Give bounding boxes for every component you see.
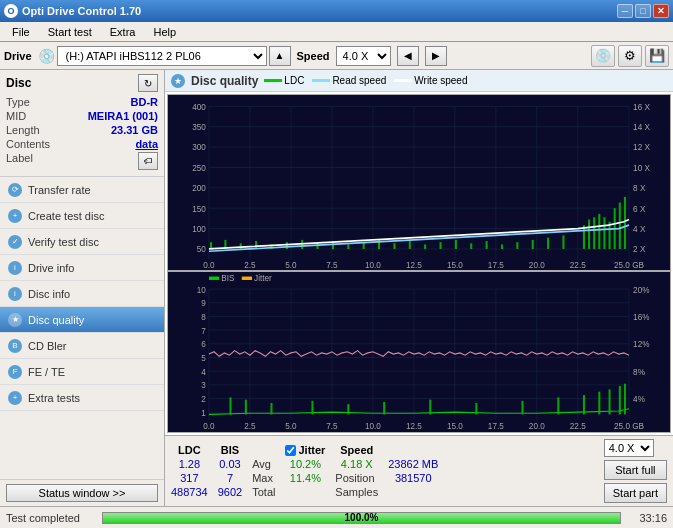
position-label: Position	[335, 472, 378, 484]
svg-rect-60	[409, 241, 411, 249]
save-icon-btn[interactable]: 💾	[645, 45, 669, 67]
nav-disc-quality-icon: ★	[8, 313, 22, 327]
menu-help[interactable]: Help	[145, 25, 184, 39]
svg-text:7: 7	[201, 326, 206, 337]
start-part-button[interactable]: Start part	[604, 483, 667, 503]
nav-disc-quality[interactable]: ★ Disc quality	[0, 307, 164, 333]
nav-disc-info-label: Disc info	[28, 288, 70, 300]
nav-disc-quality-label: Disc quality	[28, 314, 84, 326]
svg-text:15.0: 15.0	[447, 421, 463, 432]
svg-text:6 X: 6 X	[633, 203, 646, 213]
disc-label-btn[interactable]: 🏷	[138, 152, 158, 170]
extra-blank	[388, 486, 438, 498]
svg-text:25.0 GB: 25.0 GB	[614, 260, 644, 270]
disc-icon-btn[interactable]: 💿	[591, 45, 615, 67]
max-label: Max	[252, 472, 275, 484]
svg-rect-49	[240, 243, 242, 249]
status-window-button[interactable]: Status window >>	[6, 484, 158, 502]
samples-label: Samples	[335, 486, 378, 498]
jitter-checkbox[interactable]	[285, 445, 296, 456]
svg-rect-83	[242, 277, 252, 280]
svg-rect-145	[619, 386, 621, 414]
svg-text:8%: 8%	[633, 367, 645, 378]
svg-rect-81	[209, 277, 219, 280]
disc-length-label: Length	[6, 124, 40, 136]
svg-text:6: 6	[201, 339, 206, 350]
svg-rect-56	[347, 244, 349, 249]
nav-verify-test-disc[interactable]: ✓ Verify test disc	[0, 229, 164, 255]
nav-cd-bler[interactable]: B CD Bler	[0, 333, 164, 359]
row-labels-column: Avg Max Total	[252, 444, 275, 498]
speed-dropdown[interactable]: 4.0 X	[604, 439, 654, 457]
settings-icon-btn[interactable]: ⚙	[618, 45, 642, 67]
svg-text:50: 50	[197, 244, 206, 254]
disc-contents-value[interactable]: data	[135, 138, 158, 150]
chart-header: ★ Disc quality LDC Read speed Write spee…	[165, 70, 673, 92]
svg-text:4 X: 4 X	[633, 224, 646, 234]
close-button[interactable]: ✕	[653, 4, 669, 18]
svg-text:150: 150	[192, 203, 206, 213]
svg-rect-137	[383, 402, 385, 415]
svg-rect-54	[317, 243, 319, 249]
time-text: 33:16	[627, 512, 667, 524]
progress-bar-container: 100.0%	[102, 512, 621, 524]
menu-extra[interactable]: Extra	[102, 25, 144, 39]
chart-icon: ★	[171, 74, 185, 88]
svg-text:100: 100	[192, 224, 206, 234]
nav-cd-bler-label: CD Bler	[28, 340, 67, 352]
menu-file[interactable]: File	[4, 25, 38, 39]
row-blank	[252, 444, 275, 456]
position-samples-column: 23862 MB 381570	[388, 444, 438, 498]
svg-text:17.5: 17.5	[488, 260, 504, 270]
minimize-button[interactable]: ─	[617, 4, 633, 18]
nav-extra-tests[interactable]: + Extra tests	[0, 385, 164, 411]
nav-disc-info[interactable]: i Disc info	[0, 281, 164, 307]
nav-extra-tests-label: Extra tests	[28, 392, 80, 404]
svg-text:12.5: 12.5	[406, 260, 422, 270]
svg-text:200: 200	[192, 183, 206, 193]
drive-select[interactable]: (H:) ATAPI iHBS112 2 PL06	[57, 46, 267, 66]
svg-text:12 X: 12 X	[633, 142, 650, 152]
svg-text:300: 300	[192, 142, 206, 152]
disc-mid-value: MEIRA1 (001)	[88, 110, 158, 122]
speed-next-button[interactable]: ▶	[425, 46, 447, 66]
disc-mid-label: MID	[6, 110, 26, 122]
nav-create-test-disc[interactable]: + Create test disc	[0, 203, 164, 229]
svg-text:12.5: 12.5	[406, 421, 422, 432]
position-value: 23862 MB	[388, 458, 438, 470]
svg-text:25.0 GB: 25.0 GB	[614, 421, 644, 432]
start-full-button[interactable]: Start full	[604, 460, 667, 480]
nav-section: ⟳ Transfer rate + Create test disc ✓ Ver…	[0, 177, 164, 479]
drive-eject-button[interactable]: ▲	[269, 46, 291, 66]
svg-rect-70	[562, 235, 564, 249]
speed-header: Speed	[335, 444, 378, 456]
speed-prev-button[interactable]: ◀	[397, 46, 419, 66]
disc-type-label: Type	[6, 96, 30, 108]
status-text: Test completed	[6, 512, 96, 524]
svg-text:15.0: 15.0	[447, 260, 463, 270]
svg-rect-135	[311, 401, 313, 415]
svg-text:2.5: 2.5	[244, 260, 256, 270]
disc-length-value: 23.31 GB	[111, 124, 158, 136]
nav-fe-te[interactable]: F FE / TE	[0, 359, 164, 385]
nav-drive-info-label: Drive info	[28, 262, 74, 274]
progress-text: 100.0%	[103, 512, 620, 523]
svg-text:400: 400	[192, 101, 206, 111]
svg-rect-61	[424, 244, 426, 249]
legend-write-speed-color	[394, 79, 412, 82]
bis-header: BIS	[218, 444, 242, 456]
maximize-button[interactable]: □	[635, 4, 651, 18]
svg-text:10.0: 10.0	[365, 421, 381, 432]
disc-refresh-btn[interactable]: ↻	[138, 74, 158, 92]
speed-select[interactable]: 4.0 X 2.0 X 1.0 X	[336, 46, 391, 66]
svg-text:4%: 4%	[633, 394, 645, 405]
avg-label: Avg	[252, 458, 275, 470]
ldc-header: LDC	[171, 444, 208, 456]
speed-value: 4.18 X	[335, 458, 378, 470]
menu-start-test[interactable]: Start test	[40, 25, 100, 39]
ldc-column: LDC 1.28 317 488734	[171, 444, 208, 498]
nav-drive-info[interactable]: i Drive info	[0, 255, 164, 281]
disc-type-row: Type BD-R	[6, 96, 158, 108]
svg-rect-140	[521, 401, 523, 415]
nav-transfer-rate[interactable]: ⟳ Transfer rate	[0, 177, 164, 203]
